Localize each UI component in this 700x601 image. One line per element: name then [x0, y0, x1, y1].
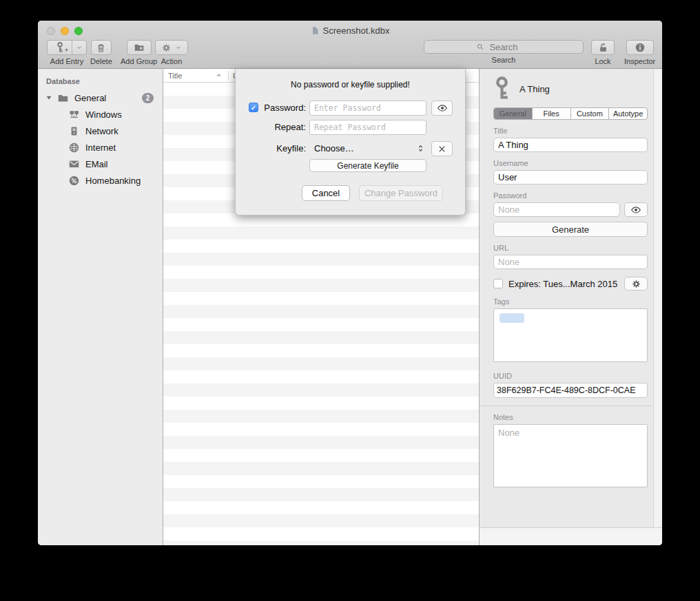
enter-password-input[interactable]: [309, 101, 426, 116]
folder-plus-icon: [134, 42, 145, 53]
window-title: Screenshot.kdbx: [38, 24, 662, 36]
eye-icon: [437, 103, 448, 114]
inspector-scrollbar[interactable]: [653, 69, 662, 545]
toolbar-lock: Lock: [591, 40, 615, 65]
sidebar-item-label: Windows: [85, 109, 122, 120]
envelope-icon: [68, 158, 80, 170]
inspector-label: Inspector: [624, 57, 655, 65]
sidebar-section-header: Database: [38, 74, 163, 89]
close-icon: [437, 144, 447, 154]
add-group-label: Add Group: [121, 57, 157, 65]
expires-label: Expires: Tues...March 2015: [508, 279, 619, 289]
notes-field[interactable]: None: [493, 424, 648, 487]
notes-label: Notes: [493, 413, 648, 421]
uuid-field[interactable]: 38F629B7-FC4E-489C-8DCF-0CAE: [493, 383, 648, 398]
username-label: Username: [493, 159, 648, 167]
keyfile-row: Keyfile: Choose…: [236, 141, 465, 156]
column-divider[interactable]: [228, 71, 229, 81]
repeat-password-input[interactable]: [309, 120, 426, 135]
title-field[interactable]: [493, 138, 648, 152]
add-group-button[interactable]: [127, 40, 152, 55]
sidebar-item-general[interactable]: General 2: [38, 89, 163, 106]
password-label: Password: [493, 191, 648, 200]
inspector-tabs: General Files Custom Autotype: [493, 107, 648, 120]
search-input[interactable]: [424, 40, 584, 54]
generate-button[interactable]: Generate: [493, 222, 648, 237]
clear-keyfile-button[interactable]: [431, 141, 453, 156]
repeat-label: Repeat:: [236, 120, 306, 135]
disclosure-triangle-icon[interactable]: [45, 94, 53, 102]
sidebar-item-label: Network: [85, 126, 119, 136]
change-password-button: Change Password: [359, 185, 443, 201]
action-label: Action: [161, 57, 183, 65]
inspector-header: A Thing: [493, 74, 648, 103]
generate-keyfile-button[interactable]: Generate Keyfile: [309, 159, 426, 172]
action-button[interactable]: [155, 40, 188, 55]
toolbar-search: Search: [424, 40, 584, 64]
entry-count-badge: 2: [142, 93, 154, 103]
tags-field[interactable]: [493, 308, 648, 362]
uuid-label: UUID: [493, 372, 648, 380]
tab-files[interactable]: Files: [533, 108, 571, 119]
reveal-password-button[interactable]: [431, 101, 453, 116]
cancel-button[interactable]: Cancel: [302, 185, 350, 201]
gear-icon: [631, 279, 641, 289]
tab-general[interactable]: General: [494, 108, 533, 119]
tab-custom[interactable]: Custom: [571, 108, 610, 119]
tag-chip[interactable]: [500, 313, 524, 323]
sidebar-item-label: Homebanking: [85, 176, 141, 186]
eye-icon: [630, 204, 641, 215]
expires-checkbox[interactable]: [493, 279, 503, 288]
key-plus-icon: [48, 41, 72, 54]
column-header-title[interactable]: Title: [163, 72, 215, 80]
password-label: Password:: [236, 101, 306, 116]
repeat-row: Repeat:: [236, 120, 465, 135]
sidebar-item-network[interactable]: Network: [38, 123, 163, 139]
sidebar-item-email[interactable]: EMail: [38, 156, 163, 172]
inspector-panel: A Thing General Files Custom Autotype Ti…: [479, 69, 662, 545]
sidebar: Database General 2 Windows Network Inter…: [38, 69, 163, 545]
lock-button[interactable]: [591, 40, 615, 55]
delete-label: Delete: [90, 57, 112, 65]
url-field[interactable]: [493, 255, 648, 269]
expiry-settings-button[interactable]: [624, 277, 648, 291]
add-entry-dropdown[interactable]: [72, 41, 86, 54]
username-field[interactable]: [493, 170, 648, 184]
lock-open-icon: [598, 43, 608, 53]
add-entry-button[interactable]: [47, 40, 87, 55]
server-icon: [68, 125, 80, 137]
popup-updown-icon[interactable]: [416, 143, 425, 154]
change-password-sheet: No password or keyfile supplied! ✓ Passw…: [235, 69, 466, 215]
add-entry-label: Add Entry: [50, 57, 83, 65]
sidebar-item-windows[interactable]: Windows: [38, 106, 163, 123]
expires-row: Expires: Tues...March 2015: [493, 277, 648, 291]
trash-icon: [96, 43, 106, 53]
password-row: ✓ Password:: [236, 101, 465, 116]
toolbar-action: Action: [155, 40, 188, 65]
section-divider: [480, 405, 652, 406]
sidebar-item-homebanking[interactable]: Homebanking: [38, 172, 163, 189]
password-field[interactable]: [493, 202, 620, 217]
toolbar-add-entry: Add Entry: [47, 40, 87, 65]
folder-icon: [57, 92, 69, 104]
sidebar-item-label: EMail: [85, 159, 108, 169]
window-title-text: Screenshot.kdbx: [323, 25, 390, 36]
sort-ascending-icon: [215, 72, 223, 79]
toolbar-add-group: Add Group: [121, 40, 157, 65]
tab-autotype[interactable]: Autotype: [609, 108, 647, 119]
keyfile-popup[interactable]: Choose…: [314, 141, 354, 156]
search-label: Search: [492, 56, 516, 64]
sidebar-item-label: Internet: [85, 143, 116, 153]
inspector-footer: [480, 527, 662, 545]
title-label: Title: [493, 127, 648, 135]
delete-button[interactable]: [91, 40, 112, 55]
sidebar-item-label: General: [74, 93, 106, 103]
sidebar-item-internet[interactable]: Internet: [38, 139, 163, 156]
toolbar-delete: Delete: [90, 40, 112, 65]
inspector-button[interactable]: [626, 40, 654, 55]
tags-label: Tags: [493, 297, 648, 306]
notes-placeholder: None: [498, 428, 519, 438]
lock-label: Lock: [595, 57, 610, 65]
keyfile-label: Keyfile:: [236, 141, 306, 156]
reveal-password-button[interactable]: [624, 202, 648, 217]
